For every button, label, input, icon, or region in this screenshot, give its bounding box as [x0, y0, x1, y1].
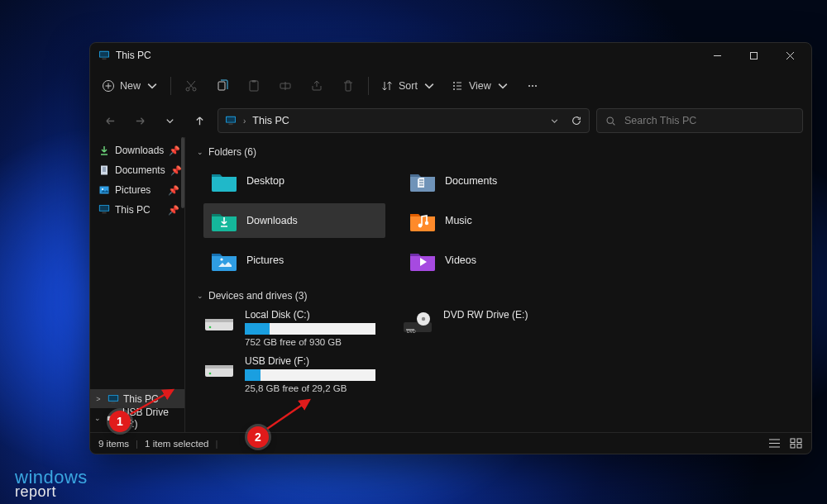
status-selected-count: 1 item selected — [145, 439, 208, 449]
svg-rect-2 — [102, 58, 106, 59]
expander-icon[interactable]: > — [93, 395, 103, 403]
sort-icon — [380, 79, 394, 93]
svg-point-11 — [453, 82, 455, 83]
clipboard-icon — [247, 79, 261, 93]
folder-label: Music — [445, 215, 472, 226]
chevron-down-icon: ⌄ — [197, 148, 203, 156]
status-item-count: 9 items — [98, 439, 129, 449]
pin-icon[interactable]: 📌 — [170, 165, 182, 176]
navigation-pane[interactable]: Downloads📌Documents📌Pictures📌This PC📌 >T… — [90, 137, 185, 432]
folder-label: Desktop — [246, 175, 284, 187]
pin-icon[interactable]: 📌 — [168, 205, 179, 216]
chevron-down-icon — [146, 79, 159, 93]
quick-access-this-pc[interactable]: This PC📌 — [90, 200, 184, 220]
svg-point-5 — [186, 88, 189, 91]
view-button[interactable]: View — [444, 72, 516, 100]
search-box[interactable] — [596, 108, 803, 133]
quick-access-documents[interactable]: Documents📌 — [90, 160, 184, 180]
svg-point-13 — [453, 88, 455, 90]
svg-point-33 — [425, 221, 428, 225]
address-bar[interactable]: › This PC — [218, 108, 590, 133]
folder-icon — [409, 169, 437, 193]
folder-icon — [210, 209, 238, 232]
folder-label: Documents — [445, 175, 497, 187]
chevron-down-icon[interactable] — [550, 116, 559, 126]
paste-button[interactable] — [239, 72, 269, 100]
refresh-icon[interactable] — [571, 115, 582, 126]
folder-desktop[interactable]: Desktop — [203, 164, 385, 198]
folders-header-label: Folders (6) — [208, 146, 256, 158]
quick-access-pictures[interactable]: Pictures📌 — [90, 180, 184, 200]
folder-videos[interactable]: Videos — [402, 243, 584, 278]
svg-point-20 — [607, 117, 613, 123]
folder-downloads[interactable]: Downloads — [203, 203, 385, 238]
maximize-button[interactable] — [735, 43, 772, 68]
folder-music[interactable]: Music — [402, 203, 584, 238]
folder-documents[interactable]: Documents — [402, 164, 584, 198]
group-header-folders[interactable]: ⌄ Folders (6) — [197, 142, 803, 162]
content-pane[interactable]: ⌄ Folders (6) DesktopDocumentsDownloadsM… — [185, 137, 811, 432]
view-icon — [451, 79, 464, 93]
folder-icon — [409, 249, 437, 272]
drive-local-disk-c-[interactable]: Local Disk (C:)752 GB free of 930 GB — [203, 309, 385, 347]
folder-icon — [409, 209, 437, 232]
pc-icon — [98, 50, 110, 60]
search-input[interactable] — [623, 114, 794, 127]
chevron-down-icon: ⌄ — [197, 292, 203, 300]
rename-icon — [279, 79, 292, 93]
copy-icon — [216, 79, 229, 93]
pin-icon[interactable]: 📌 — [168, 185, 179, 196]
scrollbar-thumb[interactable] — [181, 137, 184, 208]
svg-rect-22 — [100, 187, 109, 194]
view-label: View — [469, 80, 491, 92]
drive-icon — [203, 311, 237, 335]
svg-rect-26 — [102, 212, 106, 214]
drives-header-label: Devices and drives (3) — [208, 290, 307, 302]
drive-free-text: 752 GB free of 930 GB — [245, 337, 375, 347]
quick-access-downloads[interactable]: Downloads📌 — [90, 140, 184, 160]
group-header-drives[interactable]: ⌄ Devices and drives (3) — [197, 286, 803, 306]
delete-button[interactable] — [333, 72, 363, 100]
svg-rect-21 — [101, 166, 108, 175]
share-button[interactable] — [302, 72, 332, 100]
forward-button[interactable] — [128, 109, 151, 132]
folder-icon — [210, 249, 238, 272]
document-icon — [98, 164, 110, 176]
folder-pictures[interactable]: Pictures — [203, 243, 385, 278]
new-button[interactable]: New — [95, 72, 165, 100]
thumbnails-view-button[interactable] — [788, 437, 803, 450]
copy-button[interactable] — [208, 72, 237, 100]
cut-button[interactable] — [176, 72, 206, 100]
capacity-bar — [245, 369, 375, 381]
quick-access-label: Pictures — [115, 184, 151, 196]
up-button[interactable] — [188, 109, 211, 132]
svg-rect-9 — [252, 80, 256, 83]
chevron-down-icon — [496, 79, 509, 93]
svg-point-6 — [193, 88, 196, 91]
annotation-callout-1: 1 — [109, 411, 131, 432]
annotation-callout-2: 2 — [247, 426, 269, 448]
recent-button[interactable] — [158, 109, 181, 132]
svg-rect-19 — [228, 123, 232, 125]
pin-icon[interactable]: 📌 — [169, 145, 180, 156]
close-button[interactable] — [772, 43, 808, 68]
svg-rect-29 — [111, 402, 115, 403]
svg-rect-36 — [205, 319, 233, 322]
address-location[interactable]: This PC — [252, 115, 289, 126]
minimize-button[interactable] — [699, 43, 735, 68]
tree-item-usb-drive-f-[interactable]: ⌄USB Drive (F:) — [90, 408, 184, 427]
sort-button[interactable]: Sort — [374, 72, 442, 100]
expander-icon[interactable]: ⌄ — [93, 414, 103, 422]
title-bar[interactable]: This PC — [90, 43, 811, 68]
drive-name: USB Drive (F:) — [245, 355, 375, 367]
capacity-bar — [245, 323, 375, 335]
details-view-button[interactable] — [767, 437, 782, 450]
chevron-down-icon — [423, 79, 436, 93]
svg-rect-50 — [791, 445, 795, 449]
drive-dvd-rw-drive-e-[interactable]: DVDDVD RW Drive (E:) — [402, 309, 584, 347]
drive-usb-drive-f-[interactable]: USB Drive (F:)25,8 GB free of 29,2 GB — [203, 355, 385, 393]
pc-icon — [108, 394, 119, 404]
back-button[interactable] — [98, 109, 122, 132]
more-button[interactable] — [518, 72, 547, 100]
rename-button[interactable] — [270, 72, 300, 100]
